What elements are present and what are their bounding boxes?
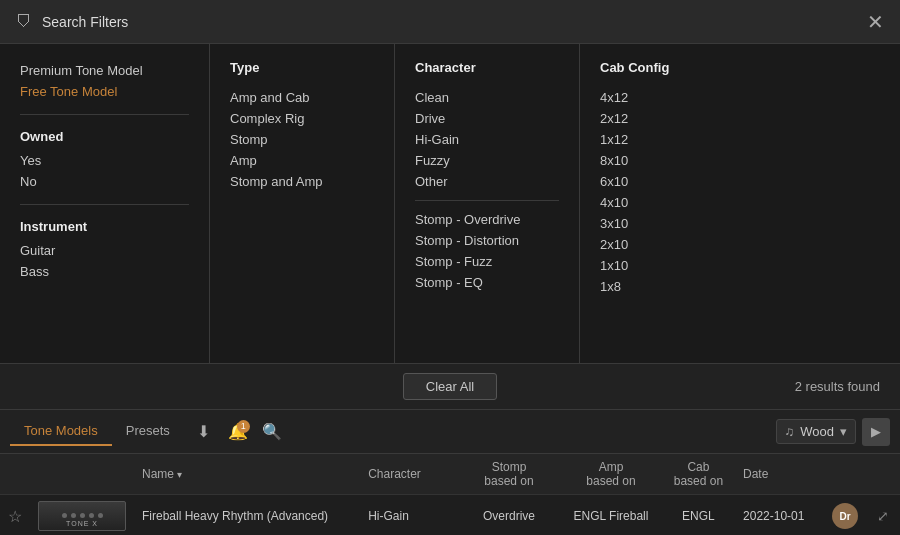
char-clean[interactable]: Clean [415,87,559,108]
header-title: Search Filters [42,14,128,30]
header: ⛉ Search Filters ✕ [0,0,900,44]
character-header: Character [415,60,559,75]
th-star [0,454,30,495]
cab-1x12[interactable]: 1x12 [600,129,745,150]
filter-owned-no[interactable]: No [20,171,189,192]
char-drive[interactable]: Drive [415,108,559,129]
table-area: Name ▾ Character Stompbased on Ampbased … [0,454,900,535]
cab-1x10[interactable]: 1x10 [600,255,745,276]
tab-bar: Tone Models Presets ⬇ 🔔 1 🔍 ♫ Wood ▾ ▶ [0,410,900,454]
close-button[interactable]: ✕ [867,12,884,32]
cab-8x10[interactable]: 8x10 [600,150,745,171]
name-cell: Fireball Heavy Rhythm (Advanced) [134,495,360,536]
clear-bar: Clear All 2 results found [0,364,900,410]
chevron-down-icon: ▾ [840,424,847,439]
cab-2x12[interactable]: 2x12 [600,108,745,129]
character-cell: Hi-Gain [360,495,458,536]
cab-config-header: Cab Config [600,60,745,75]
knob [80,513,85,518]
amp-thumbnail: TONE X [38,501,126,531]
cab-config-column: Cab Config 4x12 2x12 1x12 8x10 6x10 4x10… [580,44,765,363]
knob [71,513,76,518]
filter-premium[interactable]: Premium Tone Model [20,60,189,81]
th-amp-based-on: Ampbased on [560,454,662,495]
char-stomp-distortion[interactable]: Stomp - Distortion [415,230,559,251]
results-count: 2 results found [795,379,880,394]
th-date: Date [735,454,822,495]
cab-2x10[interactable]: 2x10 [600,234,745,255]
cab-based-on-cell: ENGL [662,495,735,536]
knob [98,513,103,518]
table-header-row: Name ▾ Character Stompbased on Ampbased … [0,454,900,495]
th-cab-based-on: Cabbased on [662,454,735,495]
th-thumb [30,454,134,495]
type-stomp[interactable]: Stomp [230,129,374,150]
knob [62,513,67,518]
character-column: Character Clean Drive Hi-Gain Fuzzy Othe… [395,44,580,363]
owned-label: Owned [20,129,189,144]
char-other[interactable]: Other [415,171,559,192]
search-icon[interactable]: 🔍 [258,418,286,446]
sort-icon: ▾ [177,469,182,480]
thumb-cell: TONE X [30,495,134,536]
th-stomp-based-on: Stompbased on [458,454,560,495]
cab-4x12[interactable]: 4x12 [600,87,745,108]
filter-free[interactable]: Free Tone Model [20,81,189,102]
music-note-icon: ♫ [785,424,795,439]
char-stomp-overdrive[interactable]: Stomp - Overdrive [415,209,559,230]
amp-based-on-cell: ENGL Fireball [560,495,662,536]
table-row: ☆ TONE X Fireball Heavy Rhythm (Advance [0,495,900,536]
stomp-based-on-cell: Overdrive [458,495,560,536]
date-cell: 2022-10-01 [735,495,822,536]
cab-4x10[interactable]: 4x10 [600,192,745,213]
cab-6x10[interactable]: 6x10 [600,171,745,192]
type-column: Type Amp and Cab Complex Rig Stomp Amp S… [210,44,395,363]
clear-all-button[interactable]: Clear All [403,373,497,400]
type-header: Type [230,60,374,75]
expand-icon[interactable]: ⤢ [877,508,889,524]
th-avatar [822,454,869,495]
amp-label: TONE X [66,520,98,527]
filter-owned-yes[interactable]: Yes [20,150,189,171]
th-name[interactable]: Name ▾ [134,454,360,495]
download-icon[interactable]: ⬇ [190,418,218,446]
char-divider [415,200,559,201]
type-amp[interactable]: Amp [230,150,374,171]
music-select-value: Wood [800,424,834,439]
instrument-label: Instrument [20,219,189,234]
char-hi-gain[interactable]: Hi-Gain [415,129,559,150]
user-avatar: Dr [832,503,858,529]
type-stomp-and-amp[interactable]: Stomp and Amp [230,171,374,192]
expand-cell[interactable]: ⤢ [869,495,900,536]
amp-knobs [62,513,103,518]
char-stomp-eq[interactable]: Stomp - EQ [415,272,559,293]
star-cell[interactable]: ☆ [0,495,30,536]
left-panel: Premium Tone Model Free Tone Model Owned… [0,44,210,363]
cab-3x10[interactable]: 3x10 [600,213,745,234]
tab-presets[interactable]: Presets [112,417,184,446]
notification-badge: 1 [237,420,250,433]
results-table: Name ▾ Character Stompbased on Ampbased … [0,454,900,535]
knob [89,513,94,518]
th-character: Character [360,454,458,495]
type-complex-rig[interactable]: Complex Rig [230,108,374,129]
toolbar-icons: ⬇ 🔔 1 🔍 [190,418,286,446]
divider [20,114,189,115]
filter-icon: ⛉ [16,13,32,31]
filter-bass[interactable]: Bass [20,261,189,282]
type-amp-and-cab[interactable]: Amp and Cab [230,87,374,108]
avatar-cell[interactable]: Dr [822,495,869,536]
right-tools: ♫ Wood ▾ ▶ [776,418,890,446]
th-expand [869,454,900,495]
cab-1x8[interactable]: 1x8 [600,276,745,297]
filter-guitar[interactable]: Guitar [20,240,189,261]
char-fuzzy[interactable]: Fuzzy [415,150,559,171]
filters-area: Premium Tone Model Free Tone Model Owned… [0,44,900,364]
tab-tone-models[interactable]: Tone Models [10,417,112,446]
char-stomp-fuzz[interactable]: Stomp - Fuzz [415,251,559,272]
music-select[interactable]: ♫ Wood ▾ [776,419,856,444]
divider [20,204,189,205]
notification-icon[interactable]: 🔔 1 [224,418,252,446]
play-button[interactable]: ▶ [862,418,890,446]
